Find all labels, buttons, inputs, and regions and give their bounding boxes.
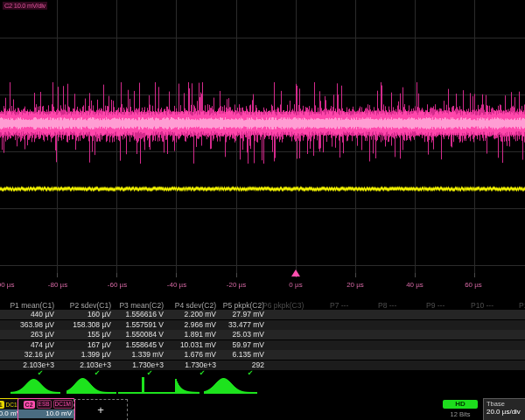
c2-badge: C2 [24,401,35,409]
timebase-value: 20.0 µs/div [484,408,525,416]
timebase-descriptor[interactable]: Tbase 20.0 µs/div [483,398,525,420]
adc-bits-label: 12 Bits [441,410,480,418]
time-axis-label: 0 µs [289,281,302,289]
c2-coupling-chip: DC1M [53,400,73,409]
param-value: 59.97 mV [191,340,264,350]
time-axis-label: -20 µs [227,281,246,289]
add-trace-button[interactable]: + [74,399,128,420]
param-value: 27.97 mV [191,310,264,319]
time-axis-label: -100 µs [0,281,14,289]
waveform-display[interactable] [0,0,525,278]
param-header-unused[interactable]: P9 --- [426,301,444,310]
oscilloscope-screen: C2 10.0 mV/div -100 µs-80 µs-60 µs-40 µs… [0,0,525,420]
bottom-bar: C1 DC1M 10.0 mV C2 ESB DC1M 10.0 mV + HD… [0,398,525,420]
param-header-p5[interactable]: P5 pkpk(C2) [191,301,264,310]
trigger-position-marker[interactable] [291,270,300,276]
param-value: 6.135 mV [191,350,264,360]
c2-esb-chip: ESB [37,400,52,409]
time-axis-label: -40 µs [167,281,186,289]
timebase-label: Tbase [484,399,525,408]
param-value: 25.03 mV [191,330,264,340]
channel-c2-descriptor[interactable]: C2 ESB DC1M 10.0 mV [18,398,75,420]
histicons [0,375,525,396]
time-axis-label: -80 µs [48,281,67,289]
plus-icon: + [97,403,104,416]
param-header-unused[interactable]: P11 [519,301,525,310]
param-value: 33.477 mV [191,320,264,330]
param-header-unused[interactable]: P10 --- [471,301,494,310]
time-axis: -100 µs-80 µs-60 µs-40 µs-20 µs0 µs20 µs… [0,277,525,297]
hd-mode-badge[interactable]: HD [443,400,478,409]
c1-badge: C1 [0,401,4,409]
time-axis-label: -60 µs [108,281,127,289]
param-value: 292 [191,360,264,370]
param-header-unused[interactable]: P6 pkpk(C3) [262,301,304,310]
time-axis-label: 20 µs [346,281,364,289]
measure-table: P1 mean(C1)440 µV363.98 µV263 µV474 µV32… [0,298,525,376]
time-axis-label: 40 µs [406,281,424,289]
param-header-unused[interactable]: P8 --- [378,301,396,310]
c2-volts-div: 10.0 mV [18,410,74,418]
time-axis-label: 60 µs [465,281,482,289]
trace-annotation: C2 10.0 mV/div [3,2,47,10]
param-header-unused[interactable]: P7 --- [330,301,348,310]
